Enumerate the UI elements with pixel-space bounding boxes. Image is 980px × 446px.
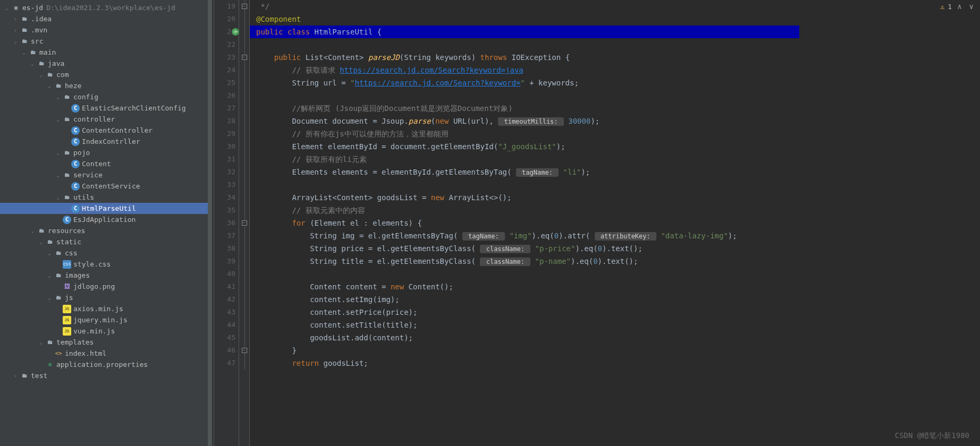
expand-arrow-icon[interactable]: ›	[12, 15, 19, 23]
code-line[interactable]: content.setTitle(title);	[250, 319, 799, 331]
code-line[interactable]	[250, 178, 799, 191]
code-line[interactable]: */	[250, 0, 799, 13]
line-number[interactable]: 31	[213, 153, 235, 166]
line-number[interactable]: 30	[213, 140, 235, 153]
expand-arrow-icon[interactable]	[54, 261, 62, 268]
code-line[interactable]: // 所有你在js中可以使用的方法，这里都能用	[250, 127, 799, 140]
tree-item[interactable]: ⌄🖿controller	[0, 114, 212, 125]
tree-item[interactable]: <>index.html	[0, 348, 212, 359]
code-line[interactable]: String title = el.getElementsByClass( cl…	[250, 255, 799, 268]
expand-arrow-icon[interactable]	[46, 350, 53, 357]
code-line[interactable]: //解析网页 (Jsoup返回的Document就是浏览器Document对象)	[250, 102, 799, 115]
prev-highlight-button[interactable]: ∧	[955, 2, 964, 11]
tree-item[interactable]: CContentService	[0, 181, 212, 192]
tree-item[interactable]: JSjquery.min.js	[0, 314, 212, 325]
line-number[interactable]: 36	[213, 217, 235, 229]
code-line[interactable]: public class HtmlParseUtil {	[250, 25, 799, 38]
expand-arrow-icon[interactable]: ⌄	[46, 82, 53, 90]
line-number[interactable]: 43	[213, 306, 235, 319]
line-number[interactable]: 27	[213, 102, 235, 115]
tree-item[interactable]: 🖼jdlogo.png	[0, 281, 212, 292]
expand-arrow-icon[interactable]: ⌄	[54, 116, 62, 123]
expand-arrow-icon[interactable]: ⌄	[54, 93, 62, 101]
line-number[interactable]: 46	[213, 344, 235, 357]
fold-toggle-icon[interactable]: −	[242, 55, 247, 60]
expand-arrow-icon[interactable]: ⌄	[12, 38, 19, 45]
tree-item[interactable]: CHtmlParseUtil	[0, 203, 212, 214]
expand-arrow-icon[interactable]: ⌄	[29, 60, 36, 67]
code-line[interactable]: // 获取所有的li元素	[250, 153, 799, 166]
line-number[interactable]: 47	[213, 357, 235, 370]
expand-arrow-icon[interactable]: ⌄	[54, 149, 62, 157]
expand-arrow-icon[interactable]	[63, 183, 70, 190]
code-line[interactable]: Elements elements = elementById.getEleme…	[250, 166, 799, 178]
line-number[interactable]: 45	[213, 331, 235, 344]
line-number[interactable]: 24	[213, 64, 235, 76]
expand-arrow-icon[interactable]: ⌄	[20, 49, 28, 56]
tree-item[interactable]: ⌄🖿heze	[0, 80, 212, 91]
fold-toggle-icon[interactable]: −	[242, 4, 247, 9]
tree-item[interactable]: ⌄🖿resources	[0, 225, 212, 236]
next-highlight-button[interactable]: ∨	[967, 2, 976, 11]
line-number[interactable]: 42	[213, 293, 235, 306]
tree-item[interactable]: JSaxios.min.js	[0, 303, 212, 314]
tree-item[interactable]: CIndexContrller	[0, 136, 212, 147]
line-number[interactable]: 29	[213, 127, 235, 140]
line-number[interactable]: 33	[213, 178, 235, 191]
expand-arrow-icon[interactable]	[54, 305, 62, 313]
expand-arrow-icon[interactable]: ⌄	[46, 272, 53, 279]
scrollbar[interactable]	[208, 0, 212, 446]
line-number[interactable]: 37	[213, 229, 235, 242]
code-area[interactable]: */@Componentpublic class HtmlParseUtil {…	[250, 0, 799, 446]
expand-arrow-icon[interactable]: ›	[12, 372, 19, 380]
tree-item[interactable]: ⌄🖿templates	[0, 337, 212, 348]
tree-item[interactable]: ⌄▣es-jdD:\idea2021.2.3\workplace\es-jd	[0, 2, 212, 13]
code-line[interactable]: return goodsList;	[250, 357, 799, 370]
tree-item[interactable]: cssstyle.css	[0, 259, 212, 270]
expand-arrow-icon[interactable]: ›	[12, 27, 19, 34]
expand-arrow-icon[interactable]	[37, 361, 45, 368]
line-number[interactable]: 23	[213, 51, 235, 64]
tree-item[interactable]: ⌄🖿config	[0, 91, 212, 102]
line-number[interactable]: 35	[213, 204, 235, 217]
line-number[interactable]: 39	[213, 255, 235, 268]
code-line[interactable]: Content content = new Content();	[250, 280, 799, 293]
code-line[interactable]: content.setPrice(price);	[250, 306, 799, 319]
line-number[interactable]: 26	[213, 89, 235, 102]
tree-item[interactable]: ⌄🖿java	[0, 58, 212, 69]
expand-arrow-icon[interactable]	[63, 160, 70, 168]
tree-item[interactable]: ⌄🖿src	[0, 36, 212, 47]
code-line[interactable]: String price = el.getElementsByClass( cl…	[250, 242, 799, 255]
code-line[interactable]: for (Element el : elements) {	[250, 217, 799, 229]
fold-toggle-icon[interactable]: −	[242, 220, 247, 226]
tree-item[interactable]: ⌄🖿com	[0, 69, 212, 80]
warning-icon[interactable]: ⚠	[940, 3, 944, 11]
code-line[interactable]: goodsList.add(content);	[250, 331, 799, 344]
code-line[interactable]: ArrayList<Content> goodsList = new Array…	[250, 191, 799, 204]
expand-arrow-icon[interactable]: ⌄	[54, 194, 62, 201]
line-number[interactable]: 34	[213, 191, 235, 204]
expand-arrow-icon[interactable]	[54, 283, 62, 290]
code-line[interactable]: String img = el.getElementsByTag( tagNam…	[250, 229, 799, 242]
expand-arrow-icon[interactable]	[54, 216, 62, 224]
line-number[interactable]: 38	[213, 242, 235, 255]
tree-item[interactable]: ⌄🖿js	[0, 292, 212, 303]
expand-arrow-icon[interactable]: ⌄	[29, 227, 36, 235]
code-line[interactable]: String url = "https://search.jd.com/Sear…	[250, 76, 799, 89]
tree-item[interactable]: ⌄🖿main	[0, 47, 212, 58]
expand-arrow-icon[interactable]: ⌄	[46, 250, 53, 257]
tree-item[interactable]: ⌄🖿service	[0, 169, 212, 181]
expand-arrow-icon[interactable]	[63, 205, 70, 212]
tree-item[interactable]: ⚙application.properties	[0, 359, 212, 370]
code-line[interactable]: Element elementById = document.getElemen…	[250, 140, 799, 153]
line-number[interactable]: 32	[213, 166, 235, 178]
code-line[interactable]: // 获取元素中的内容	[250, 204, 799, 217]
expand-arrow-icon[interactable]: ⌄	[37, 71, 45, 79]
code-line[interactable]: public List<Content> parseJD(String keyw…	[250, 51, 799, 64]
expand-arrow-icon[interactable]: ⌄	[37, 339, 45, 346]
expand-arrow-icon[interactable]: ⌄	[46, 294, 53, 302]
tree-item[interactable]: CEsJdApplication	[0, 214, 212, 225]
expand-arrow-icon[interactable]: ⌄	[37, 238, 45, 246]
tree-item[interactable]: ⌄🖿static	[0, 236, 212, 247]
code-line[interactable]	[250, 89, 799, 102]
